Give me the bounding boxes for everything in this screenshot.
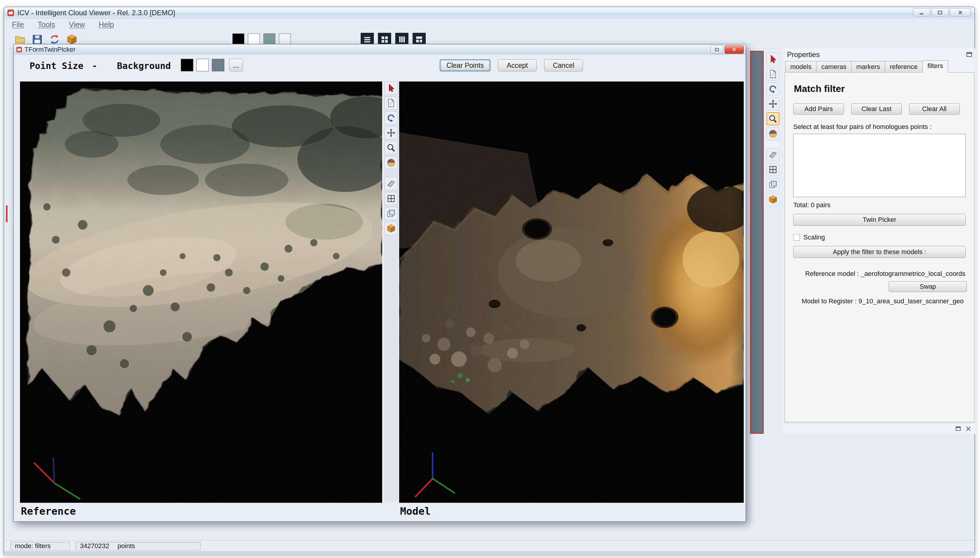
section-plane-button[interactable] (766, 148, 780, 161)
folder-open-icon (14, 34, 26, 45)
pan-icon (386, 128, 396, 138)
tab-models[interactable]: models (785, 61, 816, 72)
model-register-line: Model to Register : 9_10_area_sud_laser_… (793, 297, 966, 305)
picker-swatch-white[interactable] (196, 59, 209, 71)
tab-reference[interactable]: reference (885, 61, 923, 72)
swap-row: Swap (793, 281, 966, 292)
point-size-label: Point Size (29, 61, 83, 71)
filters-tab-content: Match filter Add Pairs Clear Last Clear … (785, 72, 974, 422)
tab-cameras[interactable]: cameras (816, 61, 851, 72)
page-tool-button[interactable] (384, 97, 398, 110)
tab-markers[interactable]: markers (851, 61, 885, 72)
clear-points-button[interactable]: Clear Points (440, 59, 491, 71)
plane-icon (768, 150, 778, 159)
plane-icon (386, 179, 396, 189)
app-icon (7, 9, 14, 16)
menu-file[interactable]: File (12, 20, 24, 29)
page-tool-button[interactable] (766, 67, 780, 80)
pairs-listbox[interactable] (793, 134, 966, 197)
zoom-tool-button[interactable] (766, 112, 780, 125)
magnifier-icon (768, 114, 778, 124)
status-points-count: 34270232 (80, 542, 109, 550)
main-window-title: ICV - Intelligent Cloud Viewer - Rel. 2.… (17, 9, 175, 17)
color-mode-button[interactable] (766, 127, 780, 140)
viewer-toolbar (766, 52, 780, 207)
pan-tool-button[interactable] (384, 126, 398, 140)
rotate-tool-button[interactable] (766, 82, 780, 95)
close-button[interactable] (950, 8, 971, 16)
picker-swatch-black[interactable] (181, 59, 193, 71)
grid-button[interactable] (384, 192, 398, 205)
menubar: File Tools View Help (4, 18, 974, 30)
minimize-button[interactable] (913, 8, 930, 16)
model-viewport[interactable] (399, 82, 744, 503)
scaling-row: Scaling (793, 233, 966, 241)
background-swatch-light[interactable] (279, 33, 291, 45)
rotate-tool-button[interactable] (384, 112, 398, 125)
rotate-icon (768, 84, 778, 94)
apply-filter-button[interactable]: Apply the filter to these models : (793, 246, 966, 258)
twin-picker-button[interactable]: Twin Picker (793, 214, 966, 226)
scaling-checkbox[interactable] (793, 234, 800, 241)
maximize-button[interactable] (931, 8, 949, 16)
toolbar-separator (766, 142, 780, 146)
background-swatch-black[interactable] (232, 33, 244, 45)
swap-button[interactable]: Swap (889, 281, 967, 292)
bounding-box-button[interactable] (766, 193, 780, 206)
background-swatch-white[interactable] (248, 33, 260, 45)
section-plane-button[interactable] (384, 177, 398, 190)
floppy-disk-icon (32, 34, 43, 45)
picker-swatch-gray[interactable] (212, 59, 224, 71)
point-size-value[interactable]: - (92, 61, 97, 71)
menu-help[interactable]: Help (98, 20, 114, 29)
pick-tool-button[interactable] (766, 53, 780, 66)
properties-panel: Properties models cameras markers refere… (784, 48, 975, 434)
view-preset-icon (380, 35, 389, 44)
main-titlebar[interactable]: ICV - Intelligent Cloud Viewer - Rel. 2.… (4, 7, 974, 18)
menu-tools[interactable]: Tools (38, 20, 55, 29)
zoom-tool-button[interactable] (384, 141, 398, 154)
pan-tool-button[interactable] (766, 97, 780, 110)
maximize-icon (937, 10, 943, 15)
accept-button[interactable]: Accept (498, 59, 537, 71)
dock-float-icon[interactable] (955, 426, 961, 432)
clear-all-button[interactable]: Clear All (909, 103, 960, 115)
reference-model-label: Reference model : (805, 270, 859, 277)
layers-button[interactable] (766, 178, 780, 191)
layers-button[interactable] (384, 207, 398, 220)
color-sphere-icon (386, 158, 396, 167)
mdi-client-strip (750, 51, 764, 434)
menu-view[interactable]: View (69, 20, 85, 29)
picker-close-button[interactable] (725, 45, 744, 54)
background-label: Background (117, 61, 171, 71)
picker-window-icon (16, 47, 22, 53)
selection-rectangle-edge (6, 205, 7, 222)
picker-titlebar[interactable]: TFormTwinPicker (14, 44, 746, 55)
pick-tool-button[interactable] (384, 82, 398, 95)
picker-toolbar (384, 82, 398, 502)
clear-last-button[interactable]: Clear Last (851, 103, 902, 115)
tab-filters[interactable]: filters (923, 60, 948, 72)
background-more-button[interactable]: ... (229, 59, 243, 71)
pan-icon (768, 99, 778, 109)
color-mode-button[interactable] (384, 156, 398, 169)
picker-maximize-button[interactable] (710, 45, 723, 54)
window-bottom-edge (5, 551, 973, 555)
layers-icon (386, 209, 396, 218)
reference-model-line: Reference model : _aerofotogrammetrico_l… (793, 270, 966, 277)
dock-close-icon[interactable] (965, 426, 971, 432)
status-points-unit: points (118, 542, 135, 550)
reference-viewport[interactable] (20, 82, 382, 503)
dock-pin-icon[interactable] (966, 51, 973, 58)
properties-tabs: models cameras markers reference filters (785, 61, 975, 72)
cancel-button[interactable]: Cancel (544, 59, 583, 71)
background-swatch-teal[interactable] (263, 33, 275, 45)
bounding-box-button[interactable] (384, 222, 398, 235)
magnifier-icon (386, 143, 396, 153)
grid-button[interactable] (766, 163, 780, 176)
twin-picker-window: TFormTwinPicker Point Size - Background … (13, 44, 746, 522)
add-pairs-button[interactable]: Add Pairs (793, 103, 844, 115)
reload-icon (49, 34, 60, 45)
match-filter-heading: Match filter (794, 83, 966, 94)
cube-icon (768, 195, 778, 204)
